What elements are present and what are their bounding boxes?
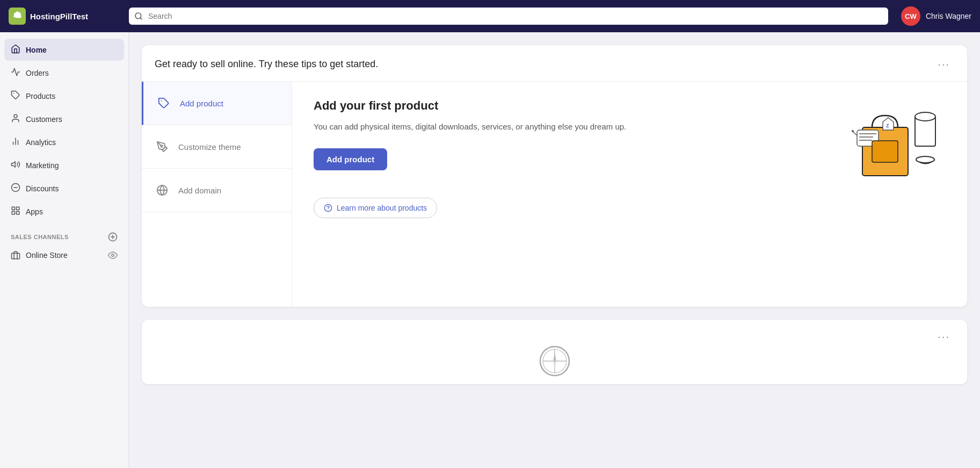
svg-rect-10 xyxy=(12,207,14,210)
add-product-icon-wrap xyxy=(154,93,173,113)
svg-point-20 xyxy=(161,145,163,147)
globe-icon xyxy=(156,184,168,196)
getting-started-card: Get ready to sell online. Try these tips… xyxy=(142,45,967,307)
home-icon xyxy=(11,44,20,55)
svg-point-32 xyxy=(915,112,935,121)
step-content-title: Add your first product xyxy=(314,99,836,113)
sidebar-item-discounts[interactable]: Discounts xyxy=(4,177,124,199)
svg-text:Z: Z xyxy=(886,123,889,128)
customers-icon xyxy=(11,113,20,125)
add-product-cta-button[interactable]: Add product xyxy=(314,148,387,170)
add-domain-icon-wrap xyxy=(153,181,172,200)
sidebar-item-customers[interactable]: Customers xyxy=(4,108,124,130)
sidebar-item-marketing[interactable]: Marketing xyxy=(4,154,124,176)
sidebar-item-label: Home xyxy=(26,46,47,54)
sales-channels-section: SALES CHANNELS xyxy=(4,224,124,245)
second-card-partial: ··· xyxy=(142,320,967,384)
svg-rect-30 xyxy=(872,141,898,162)
discounts-icon xyxy=(11,183,20,194)
svg-marker-41 xyxy=(553,352,556,361)
steps-layout: Add product Customize theme xyxy=(142,81,967,307)
card-header: Get ready to sell online. Try these tips… xyxy=(142,45,967,81)
search-wrapper xyxy=(129,8,888,25)
svg-point-29 xyxy=(852,130,854,132)
products-icon xyxy=(11,90,20,102)
customize-theme-icon-wrap xyxy=(153,137,172,156)
learn-more-label: Learn more about products xyxy=(337,204,427,212)
online-store-icon xyxy=(11,250,20,260)
svg-marker-7 xyxy=(12,162,16,168)
marketing-icon xyxy=(11,160,20,171)
sidebar-item-home[interactable]: Home xyxy=(4,39,124,61)
sidebar-item-orders[interactable]: Orders xyxy=(4,62,124,84)
svg-point-33 xyxy=(916,156,934,163)
step-text: Add your first product You can add physi… xyxy=(314,99,836,185)
card-title: Get ready to sell online. Try these tips… xyxy=(155,59,378,70)
sidebar-item-label: Orders xyxy=(26,69,49,77)
sidebar-item-label: Customers xyxy=(26,115,62,124)
avatar: CW xyxy=(901,6,920,26)
svg-point-18 xyxy=(112,254,114,257)
step-customize-theme-label: Customize theme xyxy=(178,142,241,152)
user-menu[interactable]: CW Chris Wagner xyxy=(901,6,971,26)
tag-icon xyxy=(158,97,170,109)
svg-rect-17 xyxy=(12,253,20,259)
more-options-button[interactable]: ··· xyxy=(933,56,954,73)
step-content-desc: You can add physical items, digital down… xyxy=(314,120,836,133)
step-add-domain-label: Add domain xyxy=(178,186,221,195)
eye-icon[interactable] xyxy=(108,250,118,260)
svg-rect-12 xyxy=(17,212,19,214)
analytics-icon xyxy=(11,136,20,148)
sidebar-item-analytics[interactable]: Analytics xyxy=(4,131,124,153)
svg-line-28 xyxy=(853,132,857,135)
steps-list: Add product Customize theme xyxy=(142,82,292,307)
sales-channels-label: SALES CHANNELS xyxy=(11,234,69,240)
svg-line-1 xyxy=(140,18,142,19)
svg-marker-42 xyxy=(553,361,556,370)
topbar: HostingPillTest CW Chris Wagner xyxy=(0,0,980,32)
step-add-domain[interactable]: Add domain xyxy=(142,169,292,212)
compass-icon xyxy=(539,345,571,377)
search-icon xyxy=(134,12,143,20)
second-card-more-button[interactable]: ··· xyxy=(933,328,954,345)
sidebar-item-label: Analytics xyxy=(26,138,56,147)
learn-more-button[interactable]: Learn more about products xyxy=(314,198,437,218)
apps-icon xyxy=(11,206,20,217)
pen-tool-icon xyxy=(156,141,168,153)
orders-icon xyxy=(11,67,20,78)
step-customize-theme[interactable]: Customize theme xyxy=(142,125,292,169)
step-add-product-label: Add product xyxy=(180,99,223,108)
online-store-label: Online Store xyxy=(26,251,68,260)
question-circle-icon xyxy=(324,204,332,212)
brand[interactable]: HostingPillTest xyxy=(9,8,116,25)
sidebar-item-label: Discounts xyxy=(26,184,59,193)
sidebar: Home Orders Products Customers Analytics… xyxy=(0,32,129,468)
sidebar-item-apps[interactable]: Apps xyxy=(4,200,124,222)
step-content: Add your first product You can add physi… xyxy=(292,82,967,307)
svg-rect-13 xyxy=(12,212,14,214)
product-illustration: Z xyxy=(849,99,946,185)
shopify-logo xyxy=(9,8,26,25)
brand-name: HostingPillTest xyxy=(30,12,88,21)
step-add-product[interactable]: Add product xyxy=(142,82,292,125)
online-store-item[interactable]: Online Store xyxy=(4,245,124,265)
user-name: Chris Wagner xyxy=(926,12,971,20)
sidebar-item-products[interactable]: Products xyxy=(4,85,124,107)
content-area: Get ready to sell online. Try these tips… xyxy=(129,32,980,468)
sidebar-item-label: Marketing xyxy=(26,161,59,170)
add-sales-channel-icon[interactable] xyxy=(108,232,118,242)
step-content-inner: Add your first product You can add physi… xyxy=(314,99,946,185)
svg-point-3 xyxy=(14,114,17,118)
sidebar-item-label: Products xyxy=(26,92,55,100)
svg-rect-11 xyxy=(17,207,19,210)
search-input[interactable] xyxy=(129,8,888,25)
sidebar-item-label: Apps xyxy=(26,207,43,216)
